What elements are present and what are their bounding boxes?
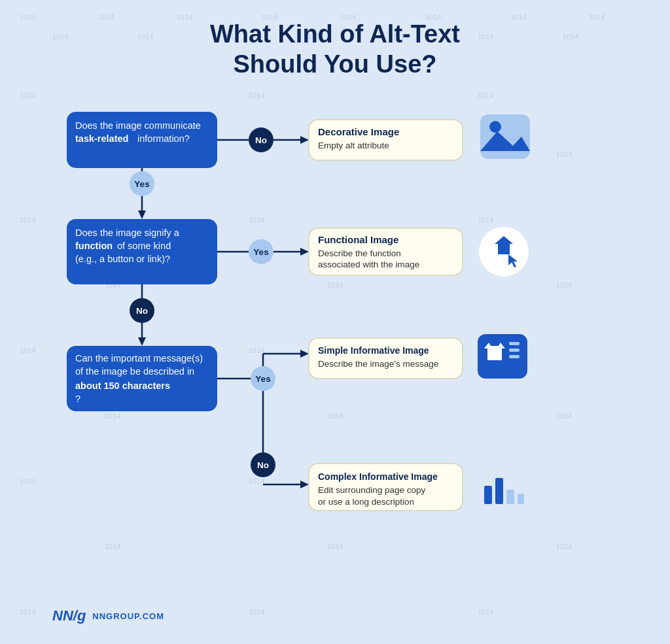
svg-rect-73 [506,490,514,504]
page-wrapper: 1014 1014 1014 1014 1014 1014 1014 1014 … [0,0,670,644]
svg-text:of some kind: of some kind [117,241,171,251]
svg-text:Yes: Yes [253,247,268,257]
svg-rect-54 [309,338,463,379]
svg-text:Can the important message(s): Can the important message(s) [75,353,203,364]
svg-marker-29 [300,248,309,256]
logo-area: NN/g NNGROUP.COM [52,607,164,624]
svg-text:No: No [257,460,269,470]
logo-text: NN/g [52,607,86,624]
svg-rect-72 [495,478,503,504]
svg-text:Describe the function: Describe the function [318,248,401,258]
svg-text:task-related: task-related [75,133,128,144]
logo-url: NNGROUP.COM [92,611,164,621]
svg-rect-12 [480,114,530,159]
svg-rect-71 [484,486,492,504]
svg-marker-65 [300,481,309,488]
svg-text:Describe the image's message: Describe the image's message [318,359,438,369]
page-title: What Kind of Alt-Text Should You Use? [26,20,644,79]
svg-text:about 150 characters: about 150 characters [75,381,170,391]
svg-text:Functional Image: Functional Image [318,234,398,245]
svg-text:Complex Informative Image: Complex Informative Image [318,471,438,482]
svg-text:?: ? [75,394,80,404]
svg-text:Yes: Yes [134,179,149,189]
svg-text:associated with the image: associated with the image [318,260,419,269]
svg-text:Decorative Image: Decorative Image [318,126,399,137]
svg-text:(e.g., a button or link)?: (e.g., a button or link)? [75,254,170,264]
svg-text:Edit surrounding page copy: Edit surrounding page copy [318,485,426,495]
flowchart-svg: Does the image communicate task-related … [41,99,629,615]
svg-text:function: function [75,241,113,251]
svg-rect-57 [478,334,527,379]
svg-marker-53 [300,350,309,358]
svg-text:Does the image communicate: Does the image communicate [75,120,201,131]
svg-marker-8 [300,136,309,144]
svg-text:Yes: Yes [255,374,270,384]
svg-text:Does the image signify a: Does the image signify a [75,228,180,238]
svg-rect-36 [498,244,510,254]
svg-rect-59 [509,342,520,345]
svg-marker-42 [138,337,146,346]
svg-text:of the image be described in: of the image be described in [75,366,194,377]
svg-marker-19 [138,211,146,219]
svg-text:No: No [136,306,148,316]
svg-text:Simple Informative Image: Simple Informative Image [318,345,429,356]
svg-text:No: No [255,135,267,145]
svg-point-13 [489,121,501,133]
svg-rect-61 [509,355,520,358]
svg-text:or use a long description: or use a long description [318,497,414,507]
svg-text:information?: information? [137,133,190,144]
svg-rect-74 [518,494,524,504]
svg-rect-60 [509,348,520,352]
svg-text:Empty alt attribute: Empty alt attribute [318,141,389,150]
